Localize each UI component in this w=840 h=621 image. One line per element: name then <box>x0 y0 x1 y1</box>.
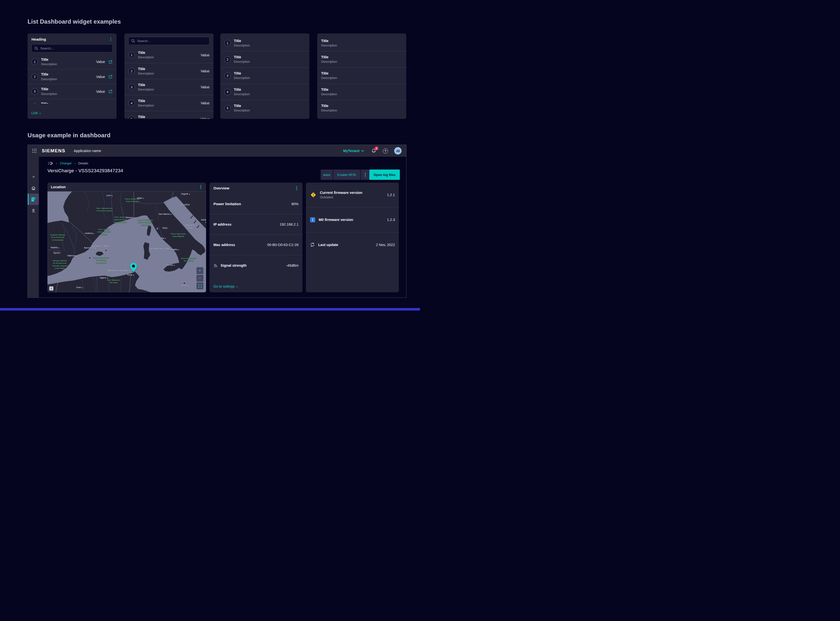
item-title: Title <box>321 88 402 92</box>
item-value: Value <box>201 117 210 119</box>
item-number-badge: 3 <box>224 73 231 79</box>
external-link-icon[interactable] <box>109 74 113 79</box>
city-map-label: Andorra <box>85 232 94 235</box>
search-input[interactable] <box>137 39 207 43</box>
item-description: Description <box>321 44 402 47</box>
breadcrumb-item-charger[interactable]: Charger <box>60 161 72 165</box>
city-map-label: Lyon <box>106 194 112 197</box>
location-pin-icon <box>130 263 137 272</box>
sidebar-item-users[interactable] <box>28 205 39 216</box>
sidebar-item-home[interactable] <box>28 182 39 194</box>
list-item[interactable]: 2 Title Description Value <box>124 63 213 79</box>
item-number-badge: 1 <box>224 40 231 46</box>
item-description: Description <box>41 62 93 66</box>
item-description: Description <box>138 104 198 108</box>
app-launcher-icon[interactable] <box>32 149 37 153</box>
application-name: Application name <box>74 149 101 153</box>
overview-card-title: Overview <box>213 186 230 190</box>
overview-row-value: 00-B0-D0-63-C2-26 <box>267 243 299 247</box>
link-label[interactable]: Link <box>32 111 38 115</box>
kebab-menu-icon[interactable] <box>109 37 113 42</box>
search-field[interactable] <box>128 37 210 45</box>
external-link-icon[interactable] <box>109 60 113 64</box>
map-attribution-button[interactable]: i <box>49 286 53 291</box>
user-avatar[interactable]: JD <box>394 147 402 154</box>
list-item[interactable]: 4 Title Description <box>220 84 309 100</box>
list-widget-card-with-search: 1 Title Description Value 2 Title Descri… <box>124 33 213 119</box>
map-zoom-in-button[interactable]: + <box>196 267 203 274</box>
overview-row-label: Signal strength <box>221 264 247 267</box>
item-title: Title <box>138 51 198 55</box>
overview-row: IP address 192.168.2.1 <box>210 214 302 235</box>
more-actions-kebab-button[interactable] <box>360 170 370 180</box>
list-item[interactable]: 2 Title Description Value <box>27 69 116 84</box>
sidebar-expand-button[interactable]: » <box>28 171 39 182</box>
item-number-badge: 4 <box>128 100 135 106</box>
location-card-title: Location <box>51 185 66 189</box>
status-row: M0 firmware version 1.2.3 <box>306 208 399 232</box>
item-title: Title <box>234 39 305 43</box>
widget-footer-link[interactable]: Link › <box>27 107 116 119</box>
widget-list: 1 Title Description Value 2 Title Descri… <box>124 47 213 119</box>
list-item[interactable]: 5 Title Description <box>220 100 309 116</box>
list-item[interactable]: 3 Title Description <box>220 67 309 84</box>
widget-list: 1 Title Description 2 Title Description … <box>220 33 309 116</box>
list-item[interactable]: Title Description <box>317 67 406 84</box>
secondary-actions-group: ware Enable RFID <box>321 170 370 180</box>
item-value: Value <box>96 89 105 94</box>
status-row-value: 1.2.1 <box>387 193 395 197</box>
item-title: Title <box>41 72 93 77</box>
map-zoom-out-button[interactable]: − <box>196 275 203 282</box>
list-item[interactable]: 1 Title Description Value <box>124 47 213 63</box>
list-item[interactable]: 3 Title Description Value <box>27 84 116 98</box>
usage-section-title: Usage example in dashboard <box>27 132 110 139</box>
list-item[interactable]: Title Description <box>317 100 406 116</box>
list-item[interactable]: Title Description <box>317 35 406 51</box>
map-fullscreen-button[interactable] <box>196 282 203 289</box>
status-row-value: 2 Nov, 2022 <box>376 243 395 247</box>
overview-row-value: -49dBm <box>286 264 299 267</box>
list-item[interactable]: 5 Title Description Value <box>124 111 213 119</box>
status-row-label: Last update <box>318 243 338 247</box>
list-item[interactable]: 4 Title Description Value <box>27 98 116 104</box>
breadcrumb-separator: › <box>74 162 76 165</box>
map-controls: + − <box>196 267 203 289</box>
overview-row: Power limitation 80% <box>210 194 302 214</box>
list-item[interactable]: 3 Title Description Value <box>124 79 213 95</box>
enable-rfid-button[interactable]: Enable RFID <box>333 170 360 180</box>
item-value: Value <box>201 101 210 105</box>
kebab-menu-icon[interactable] <box>295 186 299 191</box>
item-description: Description <box>321 60 402 64</box>
tenant-selector[interactable]: MyTenant <box>343 149 364 153</box>
list-item[interactable]: 2 Title Description <box>220 51 309 67</box>
notifications-button[interactable]: 1 <box>371 148 376 153</box>
list-item[interactable]: 1 Title Description <box>220 35 309 51</box>
map-canvas[interactable]: LyonMilanZagrebCroatiaSarajevoSan Marino… <box>47 191 206 292</box>
link-label[interactable]: Go to settings <box>213 285 234 288</box>
status-row-label: M0 firmware version <box>319 218 353 222</box>
breadcrumb-skip-icon[interactable] <box>47 162 53 165</box>
search-icon <box>35 47 38 50</box>
kebab-menu-icon[interactable] <box>199 184 202 189</box>
list-item[interactable]: 4 Title Description Value <box>124 95 213 111</box>
city-map-label: Sarajevo <box>201 218 206 223</box>
status-row-value: 1.2.3 <box>387 218 395 222</box>
list-item[interactable]: Title Description <box>317 51 406 67</box>
item-description: Description <box>41 92 93 96</box>
item-title: Title <box>138 83 198 87</box>
help-button[interactable]: ? <box>383 148 388 153</box>
open-log-files-button[interactable]: Open log files <box>369 170 400 180</box>
city-map-label: Zagreb <box>181 192 190 195</box>
item-number-badge: 3 <box>32 88 38 95</box>
list-item[interactable]: Title Description <box>317 84 406 100</box>
item-number-badge: 2 <box>128 68 135 74</box>
go-to-settings-link[interactable]: Go to settings › <box>213 285 237 288</box>
sidebar-item-charger[interactable] <box>28 194 39 205</box>
search-input[interactable] <box>40 47 110 50</box>
search-field[interactable] <box>32 44 113 52</box>
external-link-icon[interactable] <box>109 89 113 94</box>
update-firmware-button-truncated[interactable]: ware <box>321 170 333 180</box>
city-map-label: Algiers <box>99 277 108 279</box>
overview-row-label: Power limitation <box>213 202 241 206</box>
list-item[interactable]: 1 Title Description Value <box>27 55 116 69</box>
